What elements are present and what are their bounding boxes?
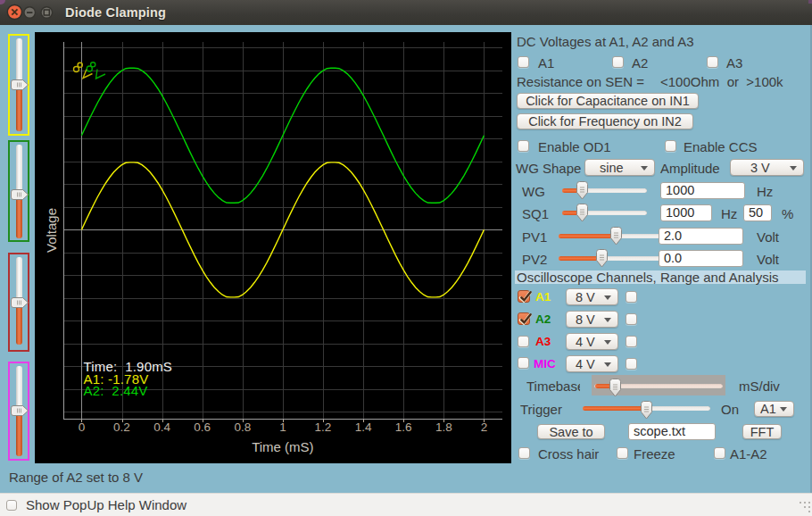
svg-text:0.8: 0.8 — [234, 420, 251, 434]
svg-text:0.4: 0.4 — [153, 420, 170, 434]
svg-text:2: 2 — [481, 420, 488, 434]
svg-text:0.2: 0.2 — [113, 420, 130, 434]
svg-text:1.4: 1.4 — [355, 420, 372, 434]
svg-text:1: 1 — [279, 420, 286, 434]
svg-text:Time (mS): Time (mS) — [252, 439, 313, 454]
svg-text:Voltage: Voltage — [44, 208, 59, 253]
svg-text:0: 0 — [79, 420, 86, 434]
svg-text:1.6: 1.6 — [395, 420, 412, 434]
svg-text:A2: 2.44V: A2: 2.44V — [84, 383, 148, 398]
svg-text:1.8: 1.8 — [435, 420, 452, 434]
svg-text:0.6: 0.6 — [194, 420, 211, 434]
svg-text:1.2: 1.2 — [315, 420, 332, 434]
